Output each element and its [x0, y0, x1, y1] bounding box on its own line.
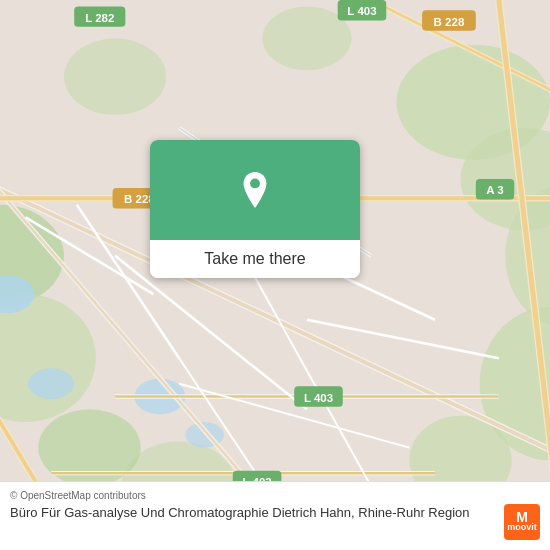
svg-text:L 282: L 282	[85, 12, 114, 24]
moovit-logo-icon: moovit M	[504, 504, 540, 540]
location-pin-icon	[237, 172, 273, 208]
map-container: L 282 L 85 B 228 B 228 L 85 A 3 A 3 A 59…	[0, 0, 550, 550]
take-me-there-card: Take me there	[150, 140, 360, 278]
card-map-area	[150, 140, 360, 240]
location-name: Büro Für Gas-analyse Und Chromatographie…	[10, 504, 496, 522]
svg-point-66	[250, 179, 260, 189]
moovit-logo: moovit M	[504, 504, 540, 540]
svg-text:A 3: A 3	[486, 184, 503, 196]
take-me-there-button[interactable]: Take me there	[166, 250, 344, 268]
card-button-area: Take me there	[150, 240, 360, 278]
copyright-text: © OpenStreetMap contributors	[10, 490, 540, 501]
svg-text:L 403: L 403	[304, 392, 333, 404]
svg-text:B 228: B 228	[434, 16, 465, 28]
svg-text:M: M	[516, 509, 528, 525]
svg-point-11	[64, 38, 166, 115]
location-row: Büro Für Gas-analyse Und Chromatographie…	[10, 504, 540, 540]
svg-point-13	[28, 368, 74, 399]
svg-text:L 403: L 403	[347, 5, 376, 17]
bottom-panel: © OpenStreetMap contributors Büro Für Ga…	[0, 481, 550, 550]
